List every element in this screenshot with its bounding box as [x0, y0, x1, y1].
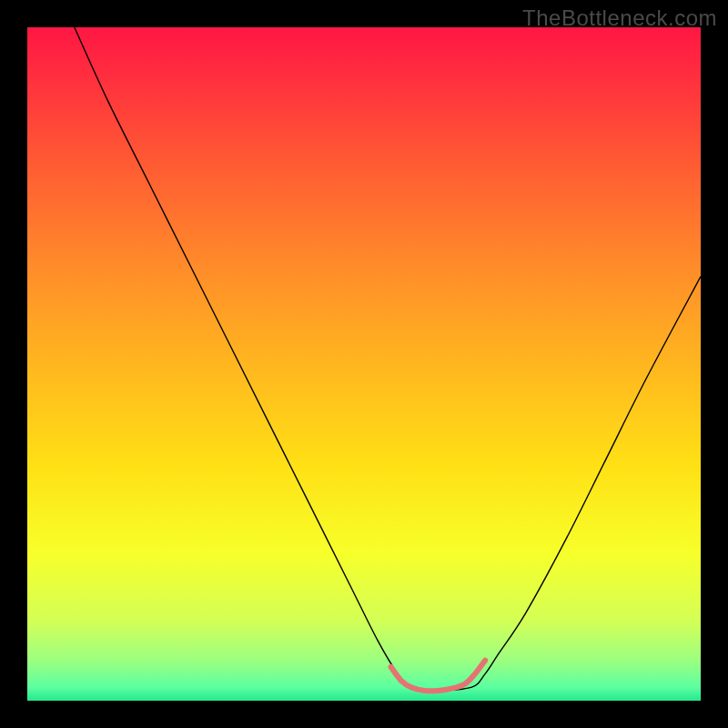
curve-layer — [27, 27, 701, 701]
plot-area — [27, 27, 701, 701]
watermark-text: TheBottleneck.com — [522, 5, 717, 31]
bottleneck-curve — [75, 27, 701, 691]
chart-frame: TheBottleneck.com — [0, 0, 728, 728]
valley-highlight — [391, 661, 486, 692]
